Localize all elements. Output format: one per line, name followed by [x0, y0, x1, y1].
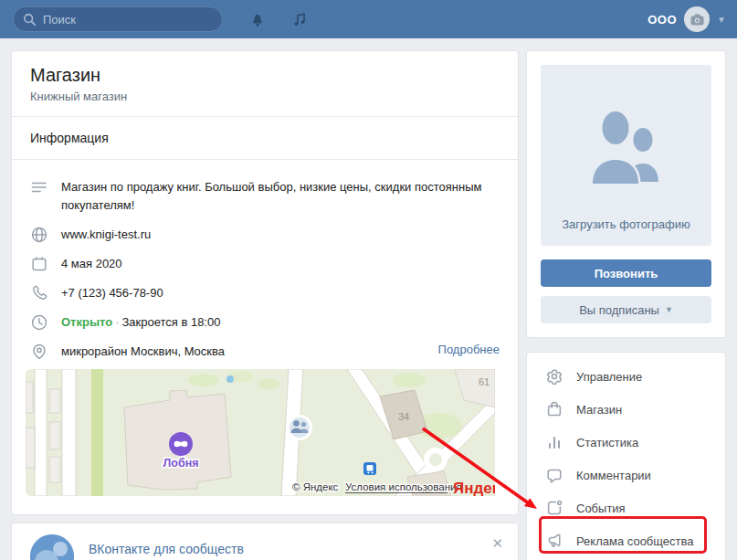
description-row: Магазин по продажу книг. Большой выбор, …	[30, 178, 500, 215]
close-icon[interactable]: ✕	[491, 536, 503, 550]
music-icon[interactable]	[289, 8, 311, 30]
megaphone-icon	[545, 532, 563, 550]
sidebar-item-comments[interactable]: Комментарии	[527, 459, 725, 491]
founded-row: 4 мая 2020	[30, 255, 500, 273]
founded-date: 4 мая 2020	[61, 255, 500, 273]
community-manage-menu: Управление Магазин Статистика Комментари…	[526, 352, 726, 560]
phone-icon	[30, 284, 48, 302]
map-terms-link[interactable]: Условия использования	[345, 481, 462, 492]
website-row: www.knigi-test.ru	[30, 226, 500, 244]
search-input[interactable]: Поиск	[13, 6, 223, 32]
subscribed-label: Вы подписаны	[579, 303, 659, 317]
description-text: Магазин по продажу книг. Большой выбор, …	[61, 178, 500, 215]
community-header: Магазин Книжный магазин	[12, 51, 518, 117]
search-icon	[23, 13, 37, 26]
sidebar-item-community-ads[interactable]: Реклама сообщества	[527, 524, 725, 557]
hours-row: Открыто·Закроется в 18:00	[30, 313, 500, 332]
gear-icon	[545, 367, 563, 386]
subscribed-button[interactable]: Вы подписаны ▼	[541, 296, 711, 323]
page-subtitle: Книжный магазин	[30, 89, 500, 105]
info-rows: Магазин по продажу книг. Большой выбор, …	[12, 160, 518, 361]
sidebar-item-statistics[interactable]: Статистика	[527, 426, 725, 459]
community-location-marker[interactable]	[287, 415, 312, 440]
sidebar-item-label: Реклама сообщества	[576, 534, 694, 548]
sidebar-item-shop[interactable]: Магазин	[527, 393, 725, 426]
building-61-label: 61	[479, 376, 490, 387]
vk-for-communities-banner: ВКонтакте для сообществ ✕	[11, 523, 519, 560]
banner-title[interactable]: ВКонтакте для сообществ	[89, 542, 244, 556]
yandex-map[interactable]: 61 34 32 Лобня	[26, 369, 504, 496]
calendar-icon	[30, 255, 48, 273]
phone-row: +7 (123) 456-78-90	[30, 284, 500, 302]
address-link[interactable]: микрорайон Москвич, Москва	[61, 343, 426, 361]
page-title: Магазин	[30, 64, 500, 86]
call-button[interactable]: Позвонить	[541, 259, 711, 287]
metro-station-marker[interactable]	[169, 432, 193, 456]
user-short-name: OOO	[648, 13, 677, 26]
notifications-bell-icon[interactable]	[247, 8, 268, 30]
user-menu[interactable]: OOO ▼	[648, 0, 726, 38]
more-link[interactable]: Подробнее	[438, 343, 500, 356]
yandex-logo[interactable]: Яндекс	[453, 480, 495, 496]
sidebar-item-management[interactable]: Управление	[527, 360, 725, 393]
sidebar-item-label: Магазин	[576, 403, 622, 417]
info-section-title: Информация	[12, 117, 518, 160]
upload-photo-link[interactable]: Загрузить фотографию	[562, 217, 690, 231]
stats-icon	[545, 433, 563, 451]
community-actions-card: Загрузить фотографию Позвонить Вы подпис…	[526, 50, 726, 338]
banner-avatar	[30, 534, 74, 560]
user-avatar	[684, 6, 710, 32]
shop-icon	[545, 400, 563, 418]
website-link[interactable]: www.knigi-test.ru	[61, 226, 500, 244]
camera-icon	[690, 14, 704, 26]
comments-icon	[545, 466, 563, 484]
building-34-label: 34	[398, 411, 409, 422]
address-row: микрорайон Москвич, Москва Подробнее	[30, 343, 500, 361]
description-icon	[30, 178, 48, 196]
sidebar-item-events[interactable]: События	[527, 491, 725, 524]
community-info-card: Магазин Книжный магазин Информация Магаз…	[11, 50, 519, 515]
vk-community-page: Поиск OOO ▼ Магазин Книжный магазин Инфо…	[0, 0, 737, 560]
community-photo-placeholder[interactable]: Загрузить фотографию	[541, 65, 711, 246]
sidebar-item-label: Управление	[576, 370, 642, 384]
transit-stop-icon	[363, 462, 376, 475]
closing-time: Закроется в 18:00	[122, 315, 221, 329]
map-copyright: © Яндекс	[292, 481, 339, 492]
chevron-down-icon: ▼	[717, 15, 726, 25]
sidebar-item-label: Статистика	[576, 436, 638, 449]
clock-icon	[30, 313, 48, 332]
location-pin-icon	[30, 343, 48, 361]
open-status: Открыто	[61, 315, 112, 329]
phone-link[interactable]: +7 (123) 456-78-90	[61, 284, 500, 302]
sidebar-item-label: Комментарии	[576, 469, 651, 482]
events-icon	[545, 499, 563, 517]
dot-separator: ·	[112, 315, 121, 329]
chevron-down-icon: ▼	[665, 305, 673, 314]
people-silhouette-icon	[583, 105, 670, 192]
map-roundabout	[426, 450, 445, 469]
station-label: Лобня	[163, 457, 199, 470]
search-placeholder: Поиск	[43, 13, 76, 26]
globe-icon	[30, 226, 48, 244]
top-navigation-bar: Поиск OOO ▼	[0, 0, 737, 38]
sidebar-item-label: События	[576, 502, 626, 515]
